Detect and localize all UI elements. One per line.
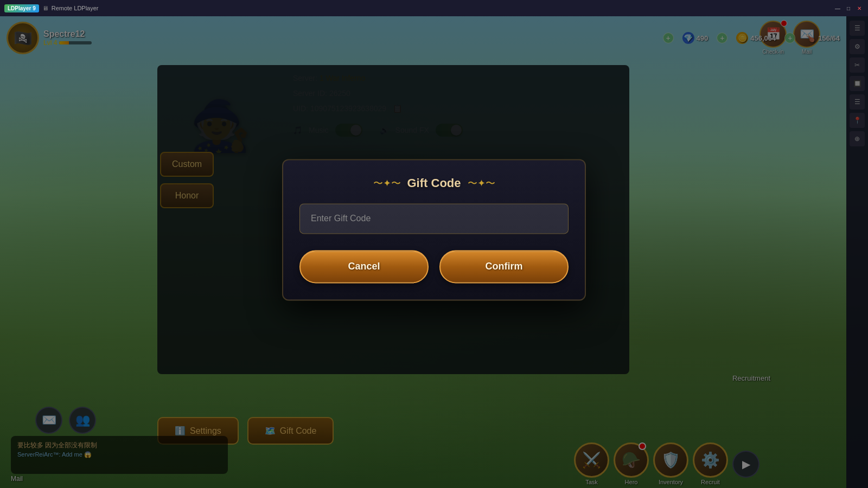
minimize-button[interactable]: — [833,4,842,12]
ornament-right: 〜✦〜 [468,177,495,190]
topbar-left: LDPlayer 9 🖥 Remote LDPlayer [4,4,99,12]
gift-code-input[interactable] [299,203,569,234]
modal-buttons: Cancel Confirm [299,250,569,283]
remote-label: 🖥 [42,5,48,11]
ldplayer-logo: LDPlayer 9 [4,4,39,12]
close-button[interactable]: ✕ [855,4,864,12]
gift-code-modal: 〜✦〜 Gift Code 〜✦〜 Cancel Confirm [282,159,586,300]
topbar-right: — □ ✕ [833,4,864,12]
ornament-left: 〜✦〜 [373,177,401,190]
ldplayer-topbar: LDPlayer 9 🖥 Remote LDPlayer — □ ✕ [0,0,868,16]
cancel-button[interactable]: Cancel [299,250,429,283]
maximize-button[interactable]: □ [844,4,853,12]
confirm-button[interactable]: Confirm [439,250,569,283]
modal-title: Gift Code [407,176,461,190]
modal-title-bar: 〜✦〜 Gift Code 〜✦〜 [299,176,569,190]
remote-text: Remote LDPlayer [52,5,99,11]
